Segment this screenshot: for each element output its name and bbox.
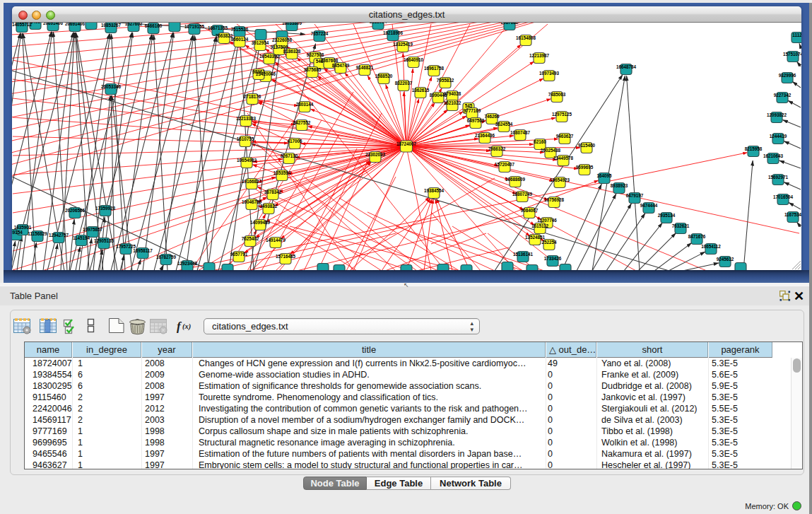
svg-text:9146821: 9146821 bbox=[356, 65, 374, 70]
svg-text:12905135: 12905135 bbox=[94, 238, 114, 243]
svg-text:16210643: 16210643 bbox=[763, 153, 784, 158]
svg-text:9777169: 9777169 bbox=[464, 108, 481, 113]
svg-text:1621022: 1621022 bbox=[444, 100, 461, 105]
svg-text:1733426: 1733426 bbox=[544, 256, 562, 261]
svg-text:9245612: 9245612 bbox=[717, 257, 734, 262]
svg-text:1615112: 1615112 bbox=[531, 223, 549, 228]
svg-text:16154808: 16154808 bbox=[516, 35, 536, 40]
svg-text:2718176: 2718176 bbox=[244, 94, 261, 99]
svg-text:14099489: 14099489 bbox=[250, 220, 271, 225]
svg-text:12093822: 12093822 bbox=[767, 112, 787, 117]
svg-text:18807249: 18807249 bbox=[512, 192, 533, 197]
svg-text:62160: 62160 bbox=[534, 139, 546, 144]
svg-text:19654923: 19654923 bbox=[550, 177, 570, 182]
svg-text:9329996: 9329996 bbox=[779, 73, 796, 78]
svg-text:18724007: 18724007 bbox=[396, 141, 417, 146]
svg-text:15720407: 15720407 bbox=[495, 162, 515, 167]
svg-text:10756928: 10756928 bbox=[544, 197, 565, 202]
svg-text:7485063: 7485063 bbox=[548, 92, 566, 97]
svg-text:10973493: 10973493 bbox=[539, 71, 560, 76]
svg-text:15692971: 15692971 bbox=[768, 175, 789, 180]
svg-text:8471676: 8471676 bbox=[688, 234, 706, 239]
svg-text:2367608: 2367608 bbox=[321, 58, 339, 63]
svg-text:11156829: 11156829 bbox=[28, 231, 47, 236]
svg-text:16671355: 16671355 bbox=[208, 25, 228, 30]
svg-text:20206586: 20206586 bbox=[65, 208, 86, 213]
svg-text:8267130: 8267130 bbox=[281, 153, 298, 158]
svg-text:15136141: 15136141 bbox=[513, 252, 534, 257]
svg-text:8813054: 8813054 bbox=[370, 23, 387, 24]
svg-text:10688609: 10688609 bbox=[505, 177, 526, 182]
svg-text:6466160: 6466160 bbox=[145, 23, 163, 28]
svg-text:13325419: 13325419 bbox=[393, 42, 413, 47]
svg-text:252254: 252254 bbox=[541, 240, 557, 245]
svg-text:20053346: 20053346 bbox=[101, 84, 122, 89]
svg-text:16782759: 16782759 bbox=[156, 255, 177, 259]
svg-text:8322037: 8322037 bbox=[395, 81, 413, 86]
svg-text:1610755: 1610755 bbox=[237, 136, 254, 141]
svg-text:8215958: 8215958 bbox=[745, 146, 763, 151]
svg-text:10719155: 10719155 bbox=[184, 24, 205, 29]
svg-text:14055712: 14055712 bbox=[12, 23, 32, 27]
svg-text:16033809: 16033809 bbox=[282, 23, 302, 25]
svg-text:16648784: 16648784 bbox=[616, 64, 637, 69]
svg-text:8186328: 8186328 bbox=[283, 49, 301, 54]
svg-text:23302033: 23302033 bbox=[365, 152, 386, 157]
svg-text:7515526: 7515526 bbox=[231, 27, 249, 32]
svg-text:545: 545 bbox=[465, 103, 473, 108]
svg-text:10654112: 10654112 bbox=[701, 244, 721, 249]
svg-text:7986322: 7986322 bbox=[488, 146, 506, 151]
svg-text:1588520: 1588520 bbox=[375, 74, 393, 78]
svg-text:1167534: 1167534 bbox=[784, 212, 801, 217]
svg-text:8938923: 8938923 bbox=[611, 183, 628, 188]
svg-text:10975857: 10975857 bbox=[83, 227, 103, 232]
svg-text:3875685: 3875685 bbox=[304, 67, 322, 72]
svg-text:19384554: 19384554 bbox=[424, 188, 445, 193]
svg-text:3493822: 3493822 bbox=[260, 204, 278, 209]
svg-text:2935134: 2935134 bbox=[658, 213, 676, 218]
svg-text:9699695: 9699695 bbox=[576, 165, 594, 170]
svg-text:21364436: 21364436 bbox=[475, 133, 495, 138]
svg-text:1244419: 1244419 bbox=[770, 134, 787, 139]
svg-text:9227342: 9227342 bbox=[774, 93, 792, 98]
svg-text:23226058: 23226058 bbox=[272, 37, 293, 42]
svg-text:1145194: 1145194 bbox=[73, 235, 90, 240]
svg-text:10543392: 10543392 bbox=[259, 54, 280, 59]
svg-text:10046786: 10046786 bbox=[242, 199, 262, 204]
svg-text:16958117: 16958117 bbox=[133, 248, 153, 253]
svg-text:11207746: 11207746 bbox=[537, 218, 557, 223]
svg-text:16640910: 16640910 bbox=[404, 57, 424, 62]
svg-text:16961758: 16961758 bbox=[424, 66, 445, 71]
svg-text:8660124: 8660124 bbox=[231, 37, 249, 42]
svg-text:15716485: 15716485 bbox=[276, 254, 296, 259]
svg-text:9463627: 9463627 bbox=[556, 134, 574, 139]
svg-text:12942757: 12942757 bbox=[49, 233, 69, 238]
svg-text:1405: 1405 bbox=[30, 23, 41, 24]
svg-text:7625402: 7625402 bbox=[242, 236, 259, 241]
svg-text:12923448: 12923448 bbox=[177, 261, 198, 266]
svg-text:39154: 39154 bbox=[12, 230, 23, 235]
svg-text:9794028: 9794028 bbox=[444, 91, 461, 96]
svg-text:13524851: 13524851 bbox=[525, 235, 546, 240]
svg-text:9084067: 9084067 bbox=[521, 208, 539, 213]
svg-text:17359928: 17359928 bbox=[95, 206, 116, 211]
svg-text:(x): (x) bbox=[182, 322, 191, 331]
svg-text:13449578: 13449578 bbox=[553, 156, 574, 160]
svg-text:9115460: 9115460 bbox=[578, 143, 596, 148]
svg-text:417006: 417006 bbox=[287, 139, 302, 144]
svg-text:9474444: 9474444 bbox=[640, 203, 658, 208]
svg-text:19166827: 19166827 bbox=[242, 179, 262, 184]
svg-text:12213383: 12213383 bbox=[236, 116, 257, 121]
svg-text:12213987: 12213987 bbox=[529, 53, 550, 58]
svg-text:1112: 1112 bbox=[792, 33, 801, 37]
svg-text:2803144: 2803144 bbox=[296, 102, 314, 107]
svg-text:20691406: 20691406 bbox=[43, 23, 64, 25]
svg-text:164095: 164095 bbox=[596, 173, 612, 178]
svg-text:9327508: 9327508 bbox=[307, 52, 324, 57]
svg-text:19218906: 19218906 bbox=[383, 30, 404, 35]
svg-text:9657791: 9657791 bbox=[230, 252, 248, 257]
svg-text:20691406: 20691406 bbox=[65, 23, 86, 26]
svg-text:3624554: 3624554 bbox=[495, 122, 513, 127]
svg-text:6479197: 6479197 bbox=[626, 193, 644, 198]
svg-text:2087682: 2087682 bbox=[501, 23, 519, 25]
